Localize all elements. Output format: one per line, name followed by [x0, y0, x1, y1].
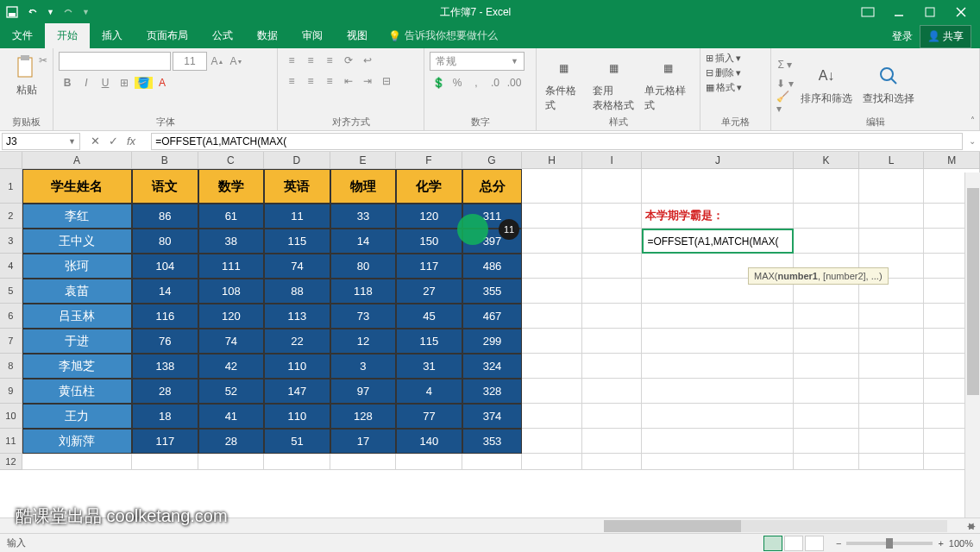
cell[interactable]: 王力	[22, 404, 132, 429]
cell[interactable]: 张珂	[22, 254, 132, 279]
cell[interactable]	[582, 229, 643, 254]
cell[interactable]	[859, 454, 925, 470]
view-pagebreak-button[interactable]	[805, 536, 824, 551]
cell[interactable]: 74	[198, 329, 265, 354]
row-head[interactable]: 6	[0, 304, 22, 329]
fillcolor-button[interactable]: 🪣	[135, 74, 152, 91]
redo-icon[interactable]	[61, 5, 75, 19]
undo-dd-icon[interactable]: ▼	[47, 8, 54, 16]
cell[interactable]	[582, 304, 643, 329]
cell[interactable]	[859, 404, 925, 429]
cell-style-button[interactable]: ▦单元格样式	[641, 53, 694, 115]
cell[interactable]: 150	[396, 229, 462, 254]
row-head[interactable]: 10	[0, 404, 22, 429]
cell[interactable]: 51	[264, 429, 330, 454]
cell[interactable]: 11	[264, 204, 330, 229]
cell[interactable]	[522, 304, 582, 329]
zoom-level[interactable]: 100%	[949, 538, 973, 549]
cell[interactable]: 袁苗	[22, 279, 132, 304]
cell[interactable]	[859, 354, 925, 379]
cell[interactable]	[859, 329, 925, 354]
tab-data[interactable]: 数据	[245, 23, 290, 48]
row-head[interactable]: 12	[0, 454, 22, 470]
cell[interactable]	[859, 169, 925, 204]
cell[interactable]: 41	[198, 404, 265, 429]
align-bot-icon[interactable]: ≡	[321, 52, 338, 69]
indent-dec-icon[interactable]: ⇤	[340, 72, 357, 90]
cell[interactable]	[198, 454, 265, 470]
cell[interactable]: 86	[132, 204, 198, 229]
name-box[interactable]: J3▼	[2, 133, 80, 150]
cell[interactable]	[642, 329, 794, 354]
cell[interactable]: 28	[132, 379, 198, 404]
cell[interactable]	[522, 354, 582, 379]
sort-filter-button[interactable]: A↓排序和筛选	[797, 60, 856, 108]
cell[interactable]	[794, 429, 859, 454]
cell[interactable]: 李红	[22, 204, 132, 229]
cell[interactable]	[582, 354, 643, 379]
tab-home[interactable]: 开始	[45, 23, 90, 48]
cell[interactable]: 61	[198, 204, 265, 229]
align-left-icon[interactable]: ≡	[283, 72, 300, 90]
cell[interactable]: 73	[330, 304, 397, 329]
cell[interactable]: =OFFSET(A1,MATCH(MAX(	[642, 229, 794, 254]
col-head-F[interactable]: F	[396, 152, 462, 168]
cell[interactable]: 328	[462, 379, 523, 404]
currency-icon[interactable]: 💲	[430, 74, 447, 91]
cell[interactable]	[642, 304, 794, 329]
tellme-box[interactable]: 💡告诉我你想要做什么	[380, 23, 506, 48]
row-head[interactable]: 11	[0, 429, 22, 454]
expand-formula-icon[interactable]: ⌄	[964, 136, 980, 146]
save-icon[interactable]	[5, 5, 19, 19]
cell[interactable]: 刘新萍	[22, 429, 132, 454]
cell[interactable]: 38	[198, 229, 265, 254]
cell[interactable]	[264, 454, 330, 470]
cell[interactable]	[522, 454, 582, 470]
cell[interactable]: 117	[396, 254, 462, 279]
comma-icon[interactable]: ,	[468, 74, 485, 91]
zoom-in-button[interactable]: +	[938, 538, 943, 549]
cell[interactable]	[859, 379, 925, 404]
decimal-dec-icon[interactable]: .00	[506, 74, 523, 91]
find-select-button[interactable]: 查找和选择	[859, 60, 918, 108]
indent-inc-icon[interactable]: ⇥	[359, 72, 376, 90]
qat-dd-icon[interactable]: ▼	[82, 8, 90, 16]
cell[interactable]	[642, 454, 794, 470]
cell[interactable]	[462, 454, 523, 470]
cell[interactable]	[642, 429, 794, 454]
cell[interactable]	[582, 379, 643, 404]
cell[interactable]	[522, 329, 582, 354]
conditional-format-button[interactable]: ▦条件格式	[542, 53, 586, 115]
row-head[interactable]: 8	[0, 354, 22, 379]
cell[interactable]	[22, 454, 132, 470]
cell[interactable]: 31	[396, 354, 462, 379]
cell[interactable]: 117	[132, 429, 198, 454]
cell[interactable]: 12	[330, 329, 397, 354]
cell[interactable]: 147	[264, 379, 330, 404]
cell[interactable]: 33	[330, 204, 397, 229]
close-icon[interactable]	[954, 5, 968, 19]
cut-icon[interactable]: ✂	[35, 52, 52, 69]
cell[interactable]: 28	[198, 429, 265, 454]
cell[interactable]: 22	[264, 329, 330, 354]
col-head-G[interactable]: G	[462, 152, 523, 168]
col-head-K[interactable]: K	[794, 152, 859, 168]
col-head-M[interactable]: M	[924, 152, 980, 168]
undo-icon[interactable]	[26, 5, 40, 19]
cell[interactable]: 113	[264, 304, 330, 329]
cell[interactable]	[794, 169, 859, 204]
cell[interactable]: 3	[330, 354, 397, 379]
row-head[interactable]: 3	[0, 229, 22, 254]
underline-button[interactable]: U	[97, 74, 114, 91]
cell[interactable]	[522, 169, 582, 204]
vertical-scrollbar[interactable]	[964, 172, 980, 518]
col-head-D[interactable]: D	[264, 152, 330, 168]
merge-icon[interactable]: ⊟	[378, 72, 395, 90]
cell[interactable]: 116	[132, 304, 198, 329]
cell[interactable]	[859, 204, 925, 229]
cell[interactable]: 14	[330, 229, 397, 254]
share-button[interactable]: 👤 共享	[920, 25, 971, 48]
cell[interactable]	[859, 429, 925, 454]
ribbon-opts-icon[interactable]	[861, 5, 875, 19]
view-normal-button[interactable]	[763, 536, 782, 551]
